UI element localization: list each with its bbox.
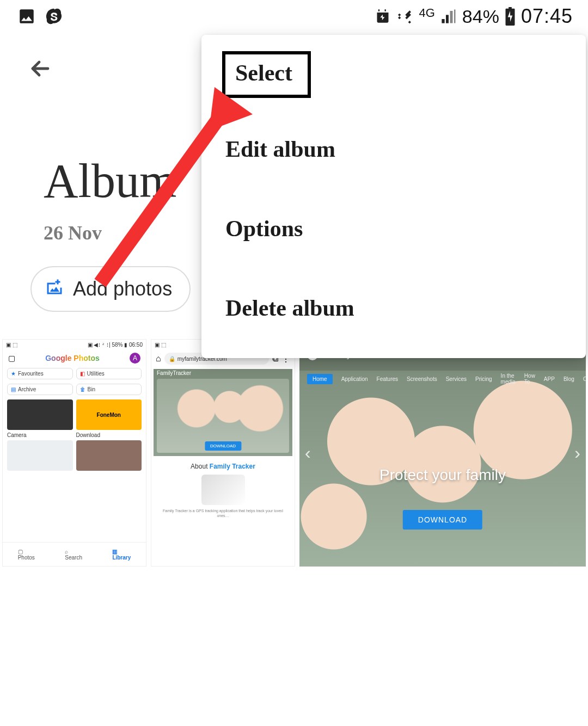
photo-grid: ▣ ⬚▣ ◀⫶ ᶻ ⫶| 58% ▮ 06:50 ▢ Google Photos… xyxy=(0,323,588,567)
menu-item-options[interactable]: Options xyxy=(201,200,586,257)
battery-charging-icon xyxy=(505,7,516,26)
network-type: 4G xyxy=(419,7,434,19)
status-bar: 4G 84% 07:45 xyxy=(0,0,588,33)
overflow-menu: Select Edit album Options Delete album xyxy=(201,35,586,358)
status-right: 4G 84% 07:45 xyxy=(375,5,573,28)
skype-icon xyxy=(45,7,63,26)
photo-thumbnail[interactable]: FamilyTracker Home Application Features … xyxy=(299,339,586,567)
picture-icon xyxy=(17,7,36,26)
add-photos-label: Add photos xyxy=(73,278,172,300)
add-photo-icon xyxy=(45,277,64,302)
status-left xyxy=(17,7,63,26)
photo-thumbnail[interactable]: ▣ ⬚▣ ◀⫶ ᶻ ⫶| 58% ▮ 06:50 ▢ Google Photos… xyxy=(2,339,146,567)
sync-icon xyxy=(375,9,390,24)
signal-icon xyxy=(440,8,457,24)
menu-item-edit-album[interactable]: Edit album xyxy=(201,121,586,177)
clock: 07:45 xyxy=(521,5,573,28)
battery-percent: 84% xyxy=(462,6,499,27)
add-photos-chip[interactable]: Add photos xyxy=(30,266,191,312)
vibrate-icon xyxy=(396,8,413,25)
back-button[interactable] xyxy=(26,54,54,83)
photo-thumbnail[interactable]: ▣ ⬚▣ ◀⫶ ᶻ ⫶| 59% ▮ 06:53 ⌂ 🔒myfamilytrac… xyxy=(151,339,295,567)
menu-item-select[interactable]: Select xyxy=(222,51,311,98)
menu-item-delete-album[interactable]: Delete album xyxy=(201,280,586,336)
